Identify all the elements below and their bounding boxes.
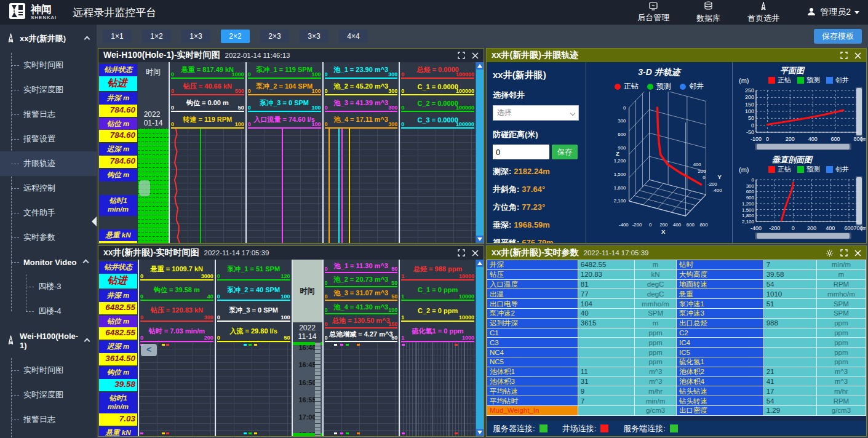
sidebar-item[interactable]: 报警设置	[0, 127, 97, 151]
curve-label: 泵冲_3 = 0 SPM	[260, 98, 309, 108]
neighbor-well-select[interactable]: 选择	[493, 105, 579, 121]
sidebar-item[interactable]: 报警日志	[0, 102, 97, 127]
curve-max: 300	[204, 314, 213, 321]
scroll-down-icon[interactable]	[476, 236, 484, 243]
sidebar-item[interactable]: 报警设置	[0, 432, 97, 438]
time-scale-track: 16:4016:4516:5016:5517:0017:05	[293, 342, 322, 436]
settings-gear-icon[interactable]	[826, 249, 834, 257]
track-plot	[400, 342, 476, 436]
curve-header: 1C_2 = 0 ppm10000	[401, 301, 474, 322]
svg-text:-400: -400	[712, 188, 722, 193]
status-value: 39.58	[99, 379, 137, 391]
sidebar-item[interactable]: 文件助手	[0, 201, 97, 225]
curve-min: 0	[217, 314, 220, 321]
scale-handle[interactable]	[139, 180, 150, 196]
expand-icon[interactable]	[458, 52, 465, 59]
curve-min: 0	[325, 335, 328, 341]
curve-max: 1000	[462, 335, 474, 341]
sidebar-item[interactable]: Monitor Video	[0, 250, 97, 274]
nav-well-select[interactable]: 首页选井	[747, 1, 779, 23]
plan-unit: (m)	[739, 77, 749, 84]
nav-database[interactable]: 数据库	[696, 1, 720, 23]
sidebar-item[interactable]: 远程控制	[0, 176, 97, 201]
save-template-button[interactable]: 保存模板	[814, 29, 862, 44]
sidebar-item[interactable]: 实时时间图	[0, 358, 97, 383]
sidebar-item[interactable]: 实时深度图	[0, 78, 97, 102]
expand-icon[interactable]	[458, 249, 465, 257]
param-value: 39.58	[764, 270, 817, 280]
curve-header: 0总池 = 130.50 m^3150	[325, 314, 398, 328]
stat-value: 77.23°	[522, 202, 545, 212]
param-unit: m^3	[635, 367, 677, 377]
param-unit: ppm	[817, 328, 866, 338]
curve-max: 10000	[459, 314, 474, 321]
layout-button-2×3[interactable]: 2×3	[260, 30, 289, 43]
close-icon[interactable]	[854, 52, 861, 59]
sidebar-subitem[interactable]: 四楼-4	[15, 299, 97, 324]
trajectory-stat: 方位角:77.23°	[493, 202, 579, 213]
curve-label: 池_3 = 31.07 m^3	[334, 289, 389, 298]
curve-min: 0	[140, 273, 143, 279]
sidebar-collapse-handle[interactable]	[92, 217, 97, 226]
curve-label: 池_4 = 41.30 m^3	[334, 303, 389, 312]
layout-button-4×4[interactable]: 4×4	[339, 30, 368, 43]
legend-label: 正钻	[778, 165, 791, 174]
close-icon[interactable]	[472, 52, 479, 59]
scroll-up-icon[interactable]	[476, 62, 484, 70]
track-plot	[324, 129, 399, 243]
track-header: 1总烃 = 988 ppm100001C_1 = 0 ppm100001C_2 …	[400, 260, 476, 342]
param-label: 硫化氢1	[677, 357, 764, 367]
svg-text:600: 600	[746, 189, 755, 194]
nav-admin-console[interactable]: 后台管理	[637, 2, 669, 23]
curve-header: 0转速 = 119 RPM100	[171, 112, 244, 129]
well-node[interactable]: xx井(新井眼)	[0, 25, 97, 53]
user-menu[interactable]: 管理员2	[806, 7, 859, 18]
anticollision-input[interactable]	[493, 145, 549, 159]
chart-vertical-scrollbar[interactable]	[476, 260, 484, 436]
expand-icon[interactable]	[840, 249, 848, 257]
curve-min: 1	[401, 335, 404, 341]
neighbor-select-value: 选择	[497, 108, 512, 118]
track-header: 0池_1 = 11.30 m^3500池_2 = 20.73 m^3500池_3…	[324, 260, 399, 342]
time-column: 时间202211-1416:4016:4516:5016:5517:0017:0…	[292, 260, 322, 436]
param-label: 出口电导	[487, 299, 578, 309]
curve-max: 40	[207, 293, 213, 300]
save-distance-button[interactable]: 保存	[552, 145, 578, 159]
sidebar-item[interactable]: 实时时间图	[0, 53, 97, 78]
chart-vertical-scrollbar[interactable]	[476, 62, 484, 243]
sidebar-item[interactable]: 报警日志	[0, 407, 97, 432]
collapse-chevron-icon	[84, 338, 90, 344]
well-node[interactable]: Wei-H100(Hole-1)	[0, 324, 97, 358]
expand-icon[interactable]	[840, 52, 848, 59]
legend-item: 预测	[797, 165, 820, 174]
status-value: 784.60	[99, 156, 137, 168]
status-square-icon	[670, 424, 678, 432]
layout-toolbar: 1×11×21×32×22×33×34×4 保存模板	[97, 25, 868, 48]
sidebar-item[interactable]: 实时参数	[0, 225, 97, 250]
param-value	[578, 338, 635, 348]
layout-button-1×1[interactable]: 1×1	[103, 30, 132, 43]
curve-max: 100	[235, 121, 244, 127]
scroll-up-icon[interactable]	[476, 260, 484, 267]
layout-button-2×2[interactable]: 2×2	[221, 30, 250, 43]
sidebar-item-label: 实时深度图	[23, 84, 63, 95]
sidebar-subitem[interactable]: 四楼-3	[15, 274, 97, 299]
layout-button-1×2[interactable]: 1×2	[142, 30, 171, 43]
sidebar-item[interactable]: 实时深度图	[0, 383, 97, 407]
scroll-back-button[interactable]: <	[141, 344, 157, 356]
curve-line	[338, 129, 340, 243]
scroll-down-icon[interactable]	[476, 429, 484, 436]
sidebar-item[interactable]: 井眼轨迹	[0, 151, 97, 176]
param-label: 泵冲速3	[677, 309, 764, 319]
close-icon[interactable]	[472, 250, 479, 257]
layout-button-1×3[interactable]: 1×3	[181, 30, 210, 43]
sidebar-item-label: 实时参数	[23, 232, 55, 243]
param-value	[764, 328, 817, 338]
svg-text:0: 0	[703, 175, 706, 180]
close-icon[interactable]	[854, 250, 861, 257]
curve-min: 0	[248, 88, 251, 94]
legend-item: 预测	[797, 76, 820, 85]
nav-database-label: 数据库	[696, 14, 720, 23]
layout-button-3×3[interactable]: 3×3	[300, 30, 328, 43]
status-square-icon	[600, 424, 608, 432]
